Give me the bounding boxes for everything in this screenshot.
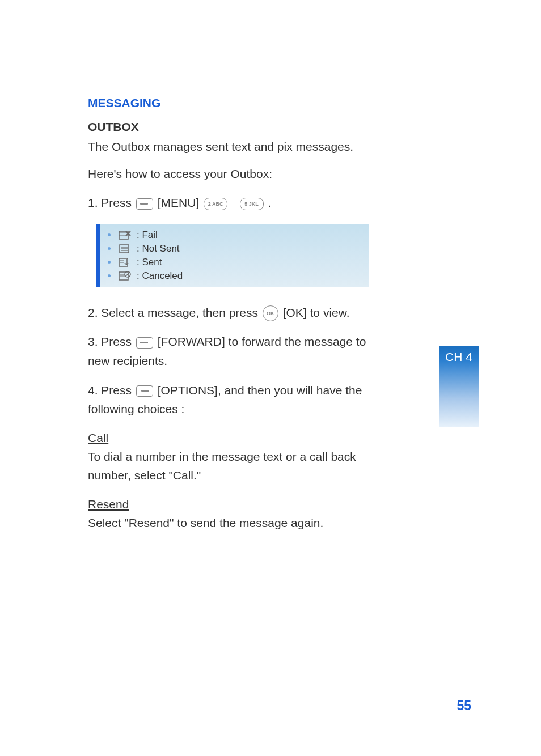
section-title: MESSAGING — [88, 96, 383, 110]
step2-post: [OK] to view. — [283, 306, 350, 319]
status-row-canceled: : Canceled — [108, 269, 369, 283]
status-fail-label: : Fail — [137, 230, 158, 241]
step4-pre: 4. Press — [88, 384, 135, 397]
left-softkey-icon — [136, 337, 153, 349]
step-2: 2. Select a message, then press OK [OK] … — [88, 303, 383, 322]
step-3: 3. Press [FORWARD] to forward the messag… — [88, 332, 383, 370]
intro-line-1: The Outbox manages sent text and pix mes… — [88, 137, 383, 156]
step1-pre: 1. Press — [88, 196, 135, 209]
status-legend-box: : Fail : Not Sent — [96, 224, 369, 287]
fail-icon — [119, 230, 131, 241]
bullet-icon — [108, 233, 111, 236]
key-5jkl-icon: 5 JKL — [240, 198, 264, 210]
left-softkey-icon — [136, 198, 153, 210]
canceled-icon — [119, 270, 131, 282]
resend-heading: Resend — [88, 498, 383, 511]
step1-end: . — [268, 196, 271, 209]
bullet-icon — [108, 261, 111, 264]
status-canceled-label: : Canceled — [137, 270, 183, 282]
sent-icon — [119, 257, 131, 268]
status-sent-label: : Sent — [137, 257, 162, 268]
step3-pre: 3. Press — [88, 335, 135, 348]
step-1: 1. Press [MENU] 2 ABC 5 JKL . — [88, 193, 383, 213]
status-row-notsent: : Not Sent — [108, 242, 369, 256]
subheading-outbox: OUTBOX — [88, 120, 383, 134]
chapter-tab: CH 4 — [439, 346, 479, 427]
resend-body: Select "Resend" to send the message agai… — [88, 513, 383, 533]
step2-pre: 2. Select a message, then press — [88, 306, 261, 319]
right-softkey-icon — [136, 385, 153, 397]
bullet-icon — [108, 247, 111, 250]
status-row-sent: : Sent — [108, 256, 369, 269]
not-sent-icon — [119, 243, 131, 254]
key-2abc-icon: 2 ABC — [204, 198, 227, 210]
svg-line-16 — [126, 272, 130, 276]
bullet-icon — [108, 274, 111, 277]
intro-line-2: Here's how to access your Outbox: — [88, 164, 383, 184]
step-4: 4. Press [OPTIONS], and then you will ha… — [88, 381, 383, 419]
status-row-fail: : Fail — [108, 228, 369, 242]
ok-key-icon: OK — [263, 305, 278, 321]
call-body: To dial a number in the message text or … — [88, 447, 383, 485]
call-heading: Call — [88, 431, 383, 445]
step1-menu: [MENU] — [158, 196, 202, 209]
page-number: 55 — [457, 698, 471, 713]
status-notsent-label: : Not Sent — [137, 243, 180, 254]
